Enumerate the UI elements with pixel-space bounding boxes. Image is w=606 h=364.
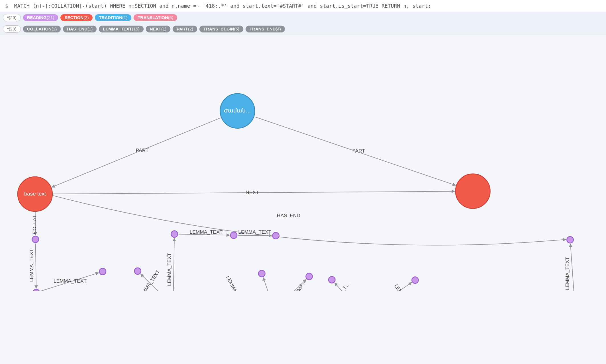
query-bar[interactable]: $ MATCH (n)-[:COLLATION]-(start) WHERE n…	[0, 0, 606, 12]
query-prompt: $	[5, 3, 8, 9]
graph-edge-label: LEMMA_TEXT	[28, 249, 34, 282]
graph-edge-hasend[interactable]	[53, 196, 566, 245]
graph-node-section-right[interactable]	[456, 174, 490, 209]
rel-filter-next[interactable]: NEXT(1)	[146, 26, 170, 32]
rel-filter-has_end[interactable]: HAS_END(1)	[63, 26, 97, 32]
graph-edge-lemmatext[interactable]	[570, 244, 575, 291]
pill-label: TRADITION	[99, 15, 122, 20]
graph-node-section-left[interactable]: base text	[18, 177, 52, 211]
graph-edge-lemmatext[interactable]	[173, 238, 174, 291]
graph-reading-node[interactable]	[99, 268, 106, 275]
pill-label: LEMMA_TEXT	[103, 26, 132, 31]
graph-edge-label: HAS_END	[277, 213, 300, 218]
pill-count: (1)	[122, 15, 127, 20]
node-filter-section[interactable]: SECTION(2)	[60, 14, 93, 21]
rel-filter-collation[interactable]: COLLATION(1)	[23, 26, 61, 32]
query-text: MATCH (n)-[:COLLATION]-(start) WHERE n:S…	[14, 3, 431, 9]
graph-node-label: base text	[24, 191, 46, 197]
rel-filter-part[interactable]: PART(2)	[173, 26, 197, 32]
node-filter-reading[interactable]: READING(21)	[23, 14, 58, 21]
rel-filter-all[interactable]: *(29)	[3, 25, 21, 33]
graph-edge-label: NEXT	[246, 190, 259, 195]
graph-reading-node[interactable]	[258, 270, 265, 277]
graph-node-label: Ժաման…	[224, 108, 251, 114]
pill-label: READING	[27, 15, 47, 20]
graph-edge-label: LEMMA_TEXT	[166, 253, 172, 286]
pill-count: (5)	[234, 26, 239, 31]
pill-count: (1)	[161, 26, 166, 31]
graph-edge-label: LEMMA…	[393, 283, 411, 291]
node-label-filter-row: *(29)READING(21)SECTION(2)TRADITION(1)TR…	[0, 12, 606, 23]
graph-reading-node[interactable]	[328, 276, 335, 283]
graph-edge-label: COLLAT…	[32, 210, 37, 234]
node-filter-tradition[interactable]: TRADITION(1)	[95, 14, 131, 21]
pill-label: NEXT	[150, 26, 161, 31]
pill-count: (29)	[9, 26, 17, 31]
graph-reading-node[interactable]	[33, 289, 40, 291]
svg-point-2	[456, 174, 490, 209]
graph-edge-label: LEMMA_T…	[225, 275, 243, 291]
graph-reading-node[interactable]	[567, 237, 574, 243]
graph-edge-lemmatext[interactable]	[238, 235, 272, 236]
pill-label: TRANS_BEGIN	[203, 26, 234, 31]
graph-reading-node[interactable]	[306, 273, 313, 280]
rel-filter-trans_begin[interactable]: TRANS_BEGIN(5)	[199, 26, 243, 32]
graph-reading-node[interactable]	[134, 268, 141, 274]
pill-count: (2)	[188, 26, 193, 31]
pill-label: TRANSLATION	[138, 15, 168, 20]
pill-label: PART	[177, 26, 188, 31]
pill-count: (15)	[132, 26, 140, 31]
graph-reading-node[interactable]	[32, 236, 39, 243]
graph-svg[interactable]: PARTPARTNEXTHAS_ENDCOLLAT…LEMMA_TEXTLEMM…	[0, 35, 606, 291]
graph-edge-lemmatext[interactable]	[36, 244, 36, 289]
pill-count: (21)	[47, 15, 54, 20]
pill-label: COLLATION	[27, 26, 52, 31]
graph-edge-label: LEMMA_TEXT	[238, 229, 271, 235]
graph-reading-node[interactable]	[412, 277, 418, 283]
relationship-filter-row: *(29)COLLATION(1)HAS_END(1)LEMMA_TEXT(15…	[0, 23, 606, 35]
pill-count: (5)	[168, 15, 173, 20]
graph-edge-lemma[interactable]	[367, 283, 412, 291]
pill-label: TRANS_END	[250, 26, 276, 31]
pill-count: (2)	[83, 15, 89, 20]
graph-reading-node[interactable]	[230, 232, 237, 238]
graph-edge-label: LEMMA_TEXT	[564, 257, 570, 290]
pill-count: (4)	[276, 26, 281, 31]
pill-label: SECTION	[64, 15, 83, 20]
graph-canvas[interactable]: PARTPARTNEXTHAS_ENDCOLLAT…LEMMA_TEXTLEMM…	[0, 35, 606, 291]
node-filter-translation[interactable]: TRANSLATION(5)	[134, 14, 177, 21]
graph-edge-lemmat[interactable]	[263, 277, 273, 291]
node-filter-all[interactable]: *(29)	[3, 14, 21, 21]
pill-label: HAS_END	[67, 26, 87, 31]
graph-reading-node[interactable]	[171, 231, 177, 237]
pill-count: (1)	[52, 26, 57, 31]
graph-edge-label: PART	[136, 147, 149, 153]
rel-filter-trans_end[interactable]: TRANS_END(4)	[246, 26, 285, 32]
pill-count: (29)	[9, 15, 17, 20]
pill-count: (1)	[87, 26, 93, 31]
rel-filter-lemma_text[interactable]: LEMMA_TEXT(15)	[99, 26, 143, 32]
graph-node-tradition[interactable]: Ժաման…	[220, 94, 255, 128]
graph-edge-label: LEMMA…	[291, 278, 307, 291]
graph-edge-label: PART	[352, 148, 365, 154]
graph-reading-node[interactable]	[272, 233, 279, 239]
graph-edge-label: LEMMA_TEXT	[54, 278, 87, 284]
graph-edge-label: LEMMA_TEXT	[190, 229, 223, 235]
